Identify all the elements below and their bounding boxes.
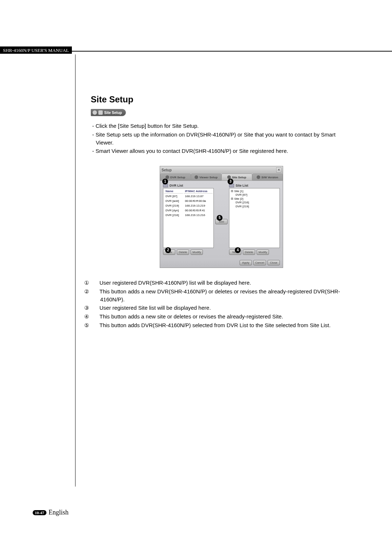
site-list-panel: Site List ⊟ Site [1] DVR [87] ⊟ Site [2]…: [229, 184, 280, 255]
tab-sw-version[interactable]: S/W Version: [252, 174, 283, 181]
callout-1: 1: [162, 179, 168, 184]
table-row: DVR [dyn]00:00:f0:f0:ff:41: [164, 208, 213, 212]
col-ip: IP/MAC Address: [184, 189, 213, 194]
dialog-footer: Apply Cancel Close: [160, 258, 283, 268]
page-header: SHR-4160N/P USER'S MANUAL: [0, 46, 392, 54]
globe-icon: [93, 110, 97, 115]
apply-button[interactable]: Apply: [240, 260, 252, 265]
dvr-modify-button[interactable]: Modify: [191, 249, 203, 255]
tree-site-1[interactable]: ⊟ Site [1]: [230, 190, 278, 193]
setup-dialog: 1 2 3 4 5 Setup ✕ DVR Setup Viewer Setup…: [160, 166, 283, 268]
note-2: ②This button adds a new DVR(SHR-4160N/P)…: [91, 288, 352, 304]
tab-dvr-label: DVR Setup: [170, 176, 185, 179]
site-delete-button[interactable]: Delete: [243, 249, 255, 255]
intro-line-2: - Site Setup sets up the information on …: [91, 131, 352, 147]
vertical-divider: [75, 54, 75, 487]
site-list-title: Site List: [236, 184, 248, 187]
dvr-list-title: DVR List: [170, 184, 183, 187]
callout-5: 5: [217, 215, 222, 221]
table-row: DVR [216]168.219.13.216: [164, 213, 213, 217]
note-5: ⑤This button adds DVR(SHR-4160N/P) selec…: [91, 321, 352, 329]
tree-dvr[interactable]: DVR [87]: [230, 193, 278, 197]
tree-site-2[interactable]: ⊟ Site [2]: [230, 197, 278, 201]
tree-dvr[interactable]: DVR [216]: [230, 201, 278, 204]
table-row: DVR [add]00:00:f0:ff:00:0a: [164, 199, 213, 203]
intro-bullets: - Click the [Site Setup] button for Site…: [91, 122, 352, 155]
close-button[interactable]: ✕: [276, 167, 281, 172]
site-setup-badge: Site Setup: [91, 109, 126, 116]
tab-viewer-label: Viewer Setup: [199, 176, 217, 179]
note-4: ④This button adds a new site or deletes …: [91, 313, 352, 321]
dvr-delete-button[interactable]: Delete: [177, 249, 189, 255]
manual-title: SHR-4160N/P USER'S MANUAL: [0, 46, 72, 54]
site-listbox[interactable]: ⊟ Site [1] DVR [87] ⊟ Site [2] DVR [216]…: [229, 188, 280, 248]
table-row: DVR [87]168.219.13.87: [164, 194, 213, 198]
page-language: English: [49, 509, 69, 516]
callout-2: 2: [165, 247, 171, 253]
main-content: Site Setup Site Setup - Click the [Site …: [91, 94, 352, 329]
section-title: Site Setup: [91, 94, 352, 105]
close-button[interactable]: Close: [268, 260, 280, 265]
dialog-titlebar: Setup ✕: [160, 166, 283, 174]
dialog-tabs: DVR Setup Viewer Setup Site Setup S/W Ve…: [160, 174, 283, 181]
badge-label: Site Setup: [104, 111, 122, 115]
header-rule: [72, 46, 392, 52]
viewer-icon: [195, 175, 198, 179]
callout-3: 3: [228, 179, 233, 184]
dvr-list-panel: DVR List Name IP/MAC Address DVR [87]168…: [163, 184, 214, 255]
note-1: ①User registered DVR(SHR-4160N/P) list w…: [91, 279, 352, 287]
col-name: Name: [164, 189, 183, 194]
tab-viewer-setup[interactable]: Viewer Setup: [191, 174, 222, 181]
intro-line-3: - Smart Viewer allows you to contact DVR…: [91, 147, 352, 155]
info-icon: [257, 175, 260, 179]
tree-dvr[interactable]: DVR [219]: [230, 205, 278, 208]
dvr-listbox[interactable]: Name IP/MAC Address DVR [87]168.219.13.8…: [163, 188, 214, 248]
dialog-title: Setup: [162, 168, 172, 172]
note-3: ③User registered Site list will be displ…: [91, 304, 352, 312]
wrench-icon: [98, 110, 103, 115]
table-row: DVR [219]168.219.13.219: [164, 204, 213, 208]
page-footer: 10-47 English: [33, 509, 69, 516]
tab-sw-label: S/W Version: [261, 176, 278, 179]
site-modify-button[interactable]: Modify: [257, 249, 269, 255]
intro-line-1: - Click the [Site Setup] button for Site…: [91, 122, 352, 130]
cancel-button[interactable]: Cancel: [253, 260, 266, 265]
callout-4: 4: [235, 247, 241, 253]
numbered-notes: ①User registered DVR(SHR-4160N/P) list w…: [91, 279, 352, 329]
tab-site-setup[interactable]: Site Setup: [221, 174, 252, 181]
page-number: 10-47: [33, 510, 46, 515]
tab-site-label: Site Setup: [232, 176, 246, 179]
